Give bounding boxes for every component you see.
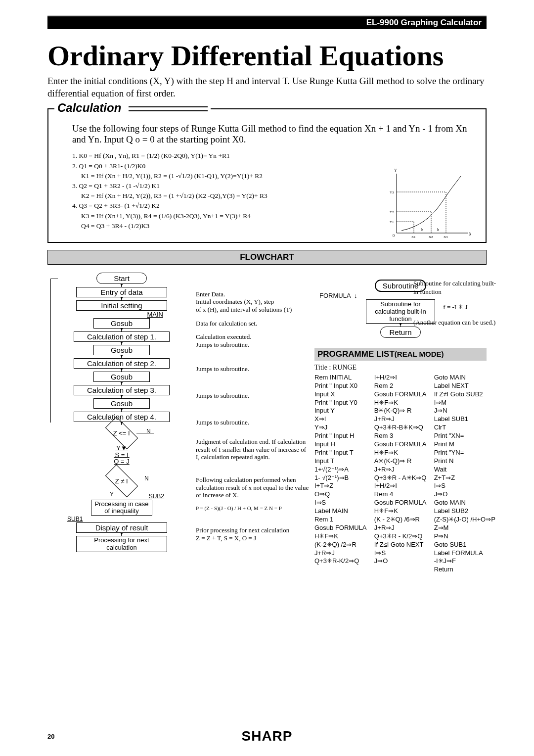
note3: Calculation executed. Jumps to subroutin… [196, 333, 310, 348]
page-title: Ordinary Differential Equations [47, 39, 487, 72]
arr [121, 369, 122, 372]
plot-x2: X2 [429, 235, 433, 239]
plot-x1: X1 [411, 235, 416, 239]
note4: Jumps to subroutine. [196, 365, 310, 373]
node-gosub-4: Gosub [93, 398, 150, 409]
note7: Judgment of calculation end. If calculat… [196, 438, 310, 461]
arr [121, 342, 122, 345]
node-step2: Calculation of step 2. [74, 358, 170, 369]
plot-o: 0 [393, 234, 395, 238]
branch-n2: N [144, 475, 149, 482]
plist-hdr-a: PROGRAMME LIST [317, 349, 395, 359]
node-gosub-1: Gosub [93, 318, 150, 329]
sub-note2: (Another equation can be used.) [413, 319, 497, 327]
arr [121, 329, 122, 331]
flow-notes: Enter Data. Initial coordinates (X, Y), … [196, 273, 310, 574]
plot-x: X [469, 232, 471, 236]
note5: Jumps to subroutine. [196, 392, 310, 400]
label-sub1: SUB1 [47, 516, 196, 522]
plist-hdr-b: (REAL MODE) [395, 350, 444, 358]
arr [121, 409, 122, 412]
plot-x3: X3 [444, 235, 448, 239]
node-processing: Processing in case of inequality [91, 500, 152, 516]
calc-heading-text: Calculation [57, 101, 121, 114]
arr [121, 382, 122, 385]
plot-h2: h [437, 228, 439, 232]
node-init: Initial setting [76, 300, 167, 311]
note6: Jumps to subroutine. [196, 419, 310, 426]
plist-col3: Goto MAIN Label NEXT If Z≠I Goto SUB2 I⇒… [434, 374, 495, 574]
intro-text: Enter the initial conditions (X, Y) with… [47, 75, 487, 99]
header-rule [47, 15, 487, 15]
brand-logo: SHARP [241, 728, 292, 744]
branch-n: N [146, 428, 151, 435]
programme-list: Rem INITIAL Print " Input X0 Input X Pri… [314, 374, 487, 574]
calculation-box: Calculation Use the following four steps… [47, 108, 487, 243]
plist-col2: I+H/2⇒I Rem 2 Gosub FORMULA H✳F⇒K B✳(K-Q… [374, 374, 431, 574]
calc-heading-rule [129, 106, 208, 111]
right-column: Subroutine FORMULA ↓ Subroutine for calc… [314, 273, 487, 574]
node-gosub-3: Gosub [93, 372, 150, 382]
node-step1: Calculation of step 1. [74, 331, 170, 342]
note8f: P = (Z - S)(J - O) / H + O, M = Z N = P [196, 505, 310, 512]
calculation-heading: Calculation [54, 101, 211, 115]
arr [400, 324, 401, 327]
note2: Data for calculation set. [196, 320, 310, 328]
flowchart-main: Start Entry of data Initial setting MAIN… [47, 273, 196, 574]
arr [121, 297, 122, 300]
calc-body: Use the following four steps of Runge Ku… [72, 123, 471, 145]
label-main: MAIN [47, 311, 196, 318]
label-sub2: SUB2 [47, 493, 196, 500]
programme-list-header: PROGRAMME LIST(REAL MODE) [314, 348, 487, 361]
node-step3: Calculation of step 3. [74, 385, 170, 395]
step1: 1. K0 = Hf (Xn , Yn), R1 = (1/2) (K0-2Q0… [72, 152, 471, 160]
sub-note1: Subroutine for calculating built-in func… [413, 280, 497, 296]
node-next: Processing for next calculation [76, 536, 167, 552]
header-bar: EL-9900 Graphing Calculator [47, 16, 487, 29]
note1: Enter Data. Initial coordinates (X, Y), … [196, 290, 310, 314]
note8: Following calculation performed when cal… [196, 476, 310, 499]
calc-plot: Y X 0 h h X1 X2 X3 Y1 Y2 Y3 [387, 169, 471, 243]
node-display: Display of result [76, 522, 167, 533]
page-number: 20 [47, 733, 54, 740]
node-gosub-2: Gosub [93, 345, 150, 355]
plot-h1: h [421, 228, 423, 232]
sub-fn: f = -I ✳ J [413, 303, 497, 312]
branch-y2: Y [110, 491, 114, 498]
plot-y1: Y1 [390, 220, 394, 224]
node-return: Return [380, 327, 421, 338]
sub-notes: Subroutine for calculating built-in func… [413, 280, 497, 327]
arr [121, 355, 122, 358]
programme-title: Title : RUNGE [314, 364, 487, 372]
node-step4: Calculation of step 4. [74, 412, 170, 422]
plot-y: Y [394, 169, 397, 173]
block-ysi: Y▼ S = I O = J [47, 445, 196, 465]
note9: Prior processing for next calculation Z … [196, 526, 310, 542]
plot-y2: Y2 [390, 210, 394, 214]
arr [121, 533, 122, 536]
n-line [136, 433, 154, 433]
arr [121, 395, 122, 398]
arr [121, 284, 122, 287]
node-start: Start [96, 273, 147, 284]
plist-col1: Rem INITIAL Print " Input X0 Input X Pri… [314, 374, 371, 574]
plot-y3: Y3 [390, 190, 394, 194]
loop-line-main [50, 279, 58, 423]
flowchart-header: FLOWCHART [47, 250, 487, 265]
node-entry: Entry of data [76, 287, 167, 297]
